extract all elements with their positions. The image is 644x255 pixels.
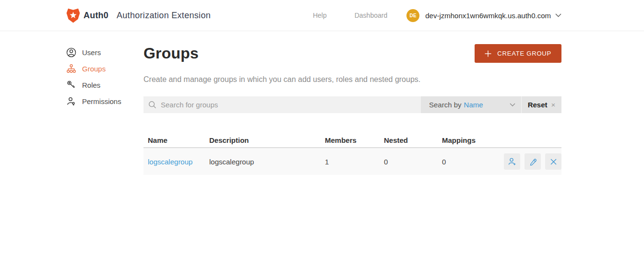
reset-button[interactable]: Reset × [522, 96, 561, 113]
column-header-mappings: Mappings [442, 136, 500, 144]
chevron-down-icon [510, 103, 515, 107]
page-title: Groups [143, 45, 199, 62]
person-key-icon [66, 96, 76, 106]
user-icon [66, 47, 76, 58]
group-nested-cell: 0 [384, 158, 442, 166]
sidebar-item-label: Users [82, 48, 101, 57]
app-header: Auth0 Authorization Extension Help Dashb… [0, 0, 644, 31]
add-member-button[interactable] [504, 153, 520, 170]
header-right: Help Dashboard DE dev-jzmhonx1wn6wmkqk.u… [313, 9, 561, 22]
brand-group: Auth0 Authorization Extension [66, 8, 211, 23]
tenant-domain: dev-jzmhonx1wn6wmkqk.us.auth0.com [425, 12, 551, 20]
pencil-icon [529, 158, 537, 166]
keys-icon [66, 80, 76, 90]
plus-icon [485, 50, 491, 57]
table-row: logscalegroup logscalegroup 1 0 0 [143, 148, 561, 175]
sidebar-item-users[interactable]: Users [66, 44, 143, 60]
group-members-cell: 1 [325, 158, 384, 166]
sidebar: Users Groups [66, 31, 143, 109]
help-link[interactable]: Help [313, 12, 327, 19]
main-panel: Groups CREATE GROUP Create and manage gr… [143, 31, 561, 175]
group-name-cell: logscalegroup [148, 158, 209, 166]
edit-button[interactable] [525, 153, 541, 170]
group-name-link[interactable]: logscalegroup [148, 158, 192, 166]
search-icon [148, 101, 156, 109]
hierarchy-icon [66, 64, 76, 74]
sidebar-item-roles[interactable]: Roles [66, 77, 143, 93]
page-description: Create and manage groups in which you ca… [143, 75, 561, 84]
avatar[interactable]: DE [406, 9, 419, 22]
sidebar-item-groups[interactable]: Groups [66, 60, 143, 77]
table-header: Name Description Members Nested Mappings [143, 133, 561, 148]
brand-name: Auth0 [83, 11, 108, 21]
chevron-down-icon[interactable] [555, 13, 561, 17]
column-header-name: Name [148, 136, 209, 144]
dashboard-link[interactable]: Dashboard [355, 12, 388, 19]
title-row: Groups CREATE GROUP [143, 44, 561, 63]
close-icon: × [551, 101, 556, 109]
create-group-label: CREATE GROUP [497, 50, 551, 57]
page-content: Users Groups [0, 31, 644, 175]
column-header-description: Description [209, 136, 325, 144]
search-input[interactable] [161, 101, 416, 109]
sidebar-item-label: Roles [82, 81, 100, 89]
close-icon [549, 158, 558, 166]
search-by-value: Name [464, 101, 483, 109]
groups-table: Name Description Members Nested Mappings… [143, 133, 561, 175]
column-header-members: Members [325, 136, 384, 144]
auth0-logo-icon [66, 8, 80, 23]
reset-label: Reset [528, 101, 548, 109]
create-group-button[interactable]: CREATE GROUP [475, 44, 561, 63]
group-description-cell: logscalegroup [209, 158, 325, 166]
group-mappings-cell: 0 [442, 158, 500, 166]
search-by-dropdown[interactable]: Search by Name [421, 96, 522, 113]
sidebar-item-permissions[interactable]: Permissions [66, 93, 143, 109]
row-actions [500, 153, 561, 170]
sidebar-item-label: Permissions [82, 97, 121, 105]
sidebar-item-label: Groups [82, 65, 106, 73]
app-title: Authorization Extension [117, 11, 211, 21]
search-by-label: Search by [429, 101, 462, 109]
search-bar: Search by Name Reset × [143, 96, 561, 113]
add-user-icon [508, 157, 517, 166]
column-header-nested: Nested [384, 136, 442, 144]
delete-button[interactable] [545, 153, 561, 170]
search-box [143, 96, 421, 113]
